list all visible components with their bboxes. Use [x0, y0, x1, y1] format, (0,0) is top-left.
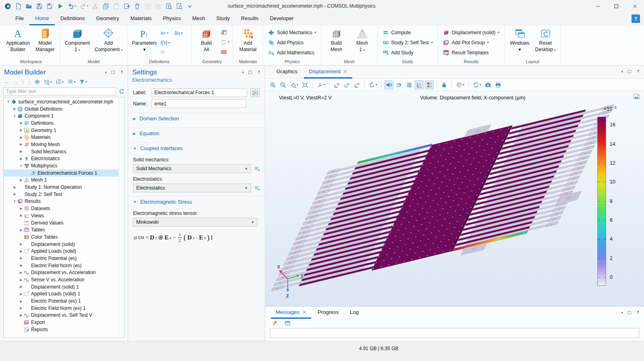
- tree-item[interactable]: ▶ Solid Mechanics: [4, 148, 118, 155]
- panel-menu-icon[interactable]: ▾: [242, 70, 244, 74]
- application-builder-button[interactable]: AApplicationBuilder: [5, 27, 31, 53]
- refresh-icon[interactable]: [118, 89, 125, 95]
- tree-item[interactable]: ▶ Sense V vs. Acceleration: [4, 276, 118, 283]
- chevron-right-icon[interactable]: ▶: [19, 178, 24, 182]
- go-back-button[interactable]: ←: [4, 79, 9, 85]
- add-plot-group-button[interactable]: Add Plot Group▾: [441, 37, 501, 47]
- graphics-tab-graphics[interactable]: Graphics: [272, 66, 302, 78]
- scene-appearance-button[interactable]: ▾: [455, 80, 465, 89]
- zoom-box-button[interactable]: ▾: [289, 80, 299, 89]
- move-up-button[interactable]: ↑: [22, 79, 25, 85]
- redo-button[interactable]: ▾: [79, 2, 89, 10]
- tree-item[interactable]: Reports: [4, 326, 118, 333]
- rotate-view-button[interactable]: ▾: [368, 80, 378, 89]
- tree-item[interactable]: ▶ Global Definitions: [4, 105, 118, 113]
- go-forward-button[interactable]: →: [13, 79, 18, 85]
- tree-filter-input[interactable]: [3, 87, 116, 95]
- pin-panel-icon[interactable]: [636, 310, 641, 315]
- pin-panel-icon[interactable]: [256, 70, 262, 75]
- tree-item[interactable]: ▶ AGeometry 1: [4, 127, 118, 134]
- tree-scrollbar[interactable]: [118, 97, 124, 337]
- preview-selection-button[interactable]: [165, 2, 172, 10]
- ribbon-tab-physics[interactable]: Physics: [157, 12, 187, 25]
- float-panel-icon[interactable]: [247, 70, 253, 75]
- tree-item[interactable]: ▶ Datasets: [4, 205, 118, 212]
- chevron-right-icon[interactable]: ▶: [19, 306, 24, 310]
- zoom-in-button[interactable]: [268, 80, 277, 89]
- parameter-case-button[interactable]: Pi: [160, 48, 174, 57]
- enable-selection-button[interactable]: [154, 2, 162, 10]
- open-button[interactable]: [25, 2, 33, 10]
- virtual-operations-button[interactable]: [220, 47, 229, 56]
- tree-item[interactable]: ▶ Electrostatics: [4, 155, 118, 163]
- customize-qat-button[interactable]: [186, 2, 193, 10]
- show-legends-toggle[interactable]: [425, 80, 434, 89]
- build-mesh-button[interactable]: BuildMesh: [325, 27, 348, 53]
- functions-button[interactable]: f(x)▾: [160, 39, 174, 47]
- update-plot-button[interactable]: ▾: [472, 80, 482, 89]
- tree-item[interactable]: ▶ Definitions: [4, 120, 118, 127]
- tree-item[interactable]: ▶ Displacement (solid): [4, 241, 118, 248]
- tree-item[interactable]: ▶ Applied Loads (solid) 1: [4, 291, 118, 298]
- stress-tensor-select[interactable]: Minkowski▼: [133, 218, 258, 227]
- panel-menu-icon[interactable]: ▾: [621, 70, 623, 74]
- chevron-right-icon[interactable]: ▶: [12, 192, 17, 196]
- plot-canvas[interactable]: VtestL=0 V, VtestR=2 V Volume: Displacem…: [265, 91, 644, 306]
- chevron-right-icon[interactable]: ▶: [19, 121, 24, 125]
- tree-item[interactable]: ▶ Electric Potential (es): [4, 255, 118, 262]
- messages-tab-messages[interactable]: Messages✕: [271, 307, 311, 319]
- tree-item[interactable]: ▶ Displacement (solid) 1: [4, 283, 118, 291]
- zoom-out-button[interactable]: [278, 80, 287, 89]
- disable-selection-button[interactable]: [144, 2, 152, 10]
- chevron-right-icon[interactable]: ▶: [19, 285, 24, 289]
- reset-desktop-button[interactable]: ResetDesktop ▾: [534, 27, 557, 53]
- chevron-right-icon[interactable]: ▶: [19, 271, 24, 274]
- nonlocal-couplings-button[interactable]: Δu▾: [174, 29, 188, 37]
- tree-item[interactable]: ▶ Study 2: Self Test: [4, 191, 118, 198]
- close-tab-icon[interactable]: ✕: [343, 69, 347, 74]
- duplicate-button[interactable]: [123, 2, 131, 10]
- show-grid-toggle[interactable]: [405, 80, 413, 89]
- view-yz-button[interactable]: yz: [343, 80, 351, 89]
- panel-menu-icon[interactable]: ▾: [621, 311, 623, 315]
- physics-interface-select[interactable]: Solid Mechanics▾: [266, 27, 318, 37]
- print-button[interactable]: [494, 80, 503, 89]
- delete-button[interactable]: [133, 2, 141, 10]
- tree-item[interactable]: ▼ surface_micromachined_accelerometer.mp…: [4, 98, 118, 105]
- build-all-button[interactable]: BuildAll: [195, 27, 218, 53]
- graphics-tab-displacement[interactable]: Displacement✕: [304, 66, 352, 78]
- ribbon-tab-mesh[interactable]: Mesh: [187, 12, 211, 25]
- study-select[interactable]: Study 2: Self Test▾: [381, 37, 434, 47]
- minimize-button[interactable]: [588, 0, 607, 12]
- maximize-button[interactable]: [607, 0, 625, 12]
- chevron-right-icon[interactable]: ▶: [19, 250, 24, 253]
- tree-item[interactable]: ▶ Electric Field Norm (es) 1: [4, 305, 118, 312]
- tree-item[interactable]: ▶ Tables: [4, 226, 118, 233]
- tree-item[interactable]: ▶ Study 1: Normal Operation: [4, 184, 118, 191]
- import-geometry-button[interactable]: [220, 28, 229, 37]
- chevron-right-icon[interactable]: ▶: [19, 157, 24, 161]
- move-down-button[interactable]: ↓: [28, 79, 31, 85]
- panel-menu-icon[interactable]: ▾: [105, 70, 107, 74]
- chevron-right-icon[interactable]: ▶: [19, 150, 24, 153]
- chevron-down-icon[interactable]: ▼: [12, 114, 17, 118]
- show-axis-toggle[interactable]: [415, 80, 424, 89]
- chevron-right-icon[interactable]: ▶: [19, 207, 24, 210]
- save-as-button[interactable]: [46, 2, 54, 10]
- show-button[interactable]: [34, 79, 40, 85]
- livelink-sync-button[interactable]: ▾: [220, 38, 229, 46]
- tree-item[interactable]: ▶ Views: [4, 212, 118, 219]
- mesh-1-button[interactable]: Mesh1 ▾: [351, 27, 374, 53]
- save-button[interactable]: [35, 2, 43, 10]
- preview-all-button[interactable]: [175, 2, 183, 10]
- plot-image-icon[interactable]: [633, 93, 640, 100]
- pin-panel-icon[interactable]: [119, 70, 125, 75]
- solid-mechanics-select[interactable]: Solid Mechanics▼: [133, 164, 251, 173]
- name-field-input[interactable]: [152, 99, 246, 108]
- paste-button[interactable]: [112, 2, 120, 10]
- result-templates-button[interactable]: Result Templates: [441, 47, 501, 58]
- ribbon-tab-definitions[interactable]: Definitions: [55, 12, 91, 25]
- tree-item[interactable]: Color Tables: [4, 233, 118, 241]
- create-coupling-icon[interactable]: [254, 185, 260, 191]
- ribbon-tab-home[interactable]: Home: [29, 12, 55, 25]
